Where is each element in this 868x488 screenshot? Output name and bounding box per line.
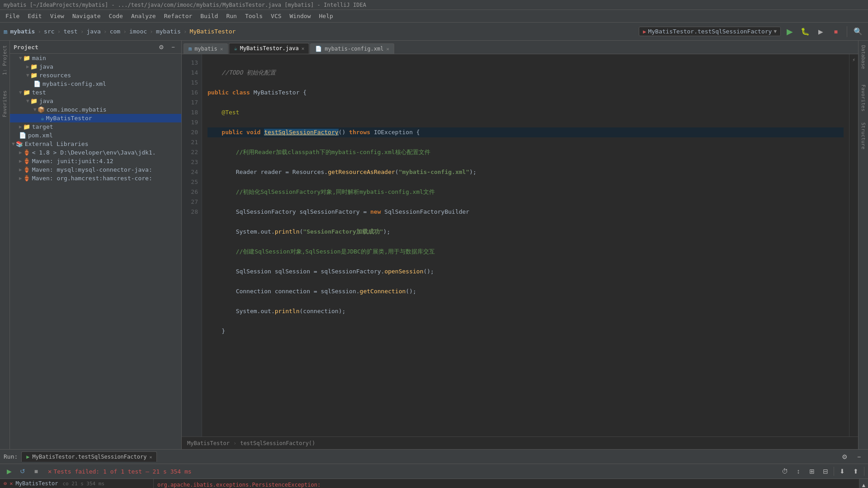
- menu-tools[interactable]: Tools: [241, 11, 266, 21]
- left-vertical-tabs: 1: Project Favorites: [0, 41, 10, 449]
- menu-analyze[interactable]: Analyze: [127, 11, 160, 21]
- sidebar-minimize-btn[interactable]: −: [169, 42, 178, 52]
- menu-code[interactable]: Code: [105, 11, 127, 21]
- project-sidebar: Project ⚙ − ▼ 📁 main ▶ 📁 java ▼ 📁 resour…: [10, 41, 182, 449]
- run-tab-icon: ▶: [26, 454, 29, 460]
- run-tab[interactable]: ▶ MyBatisTestor.testSqlSessionFactory ✕: [21, 451, 157, 462]
- run-config-name[interactable]: MyBatisTestor.testSqlSessionFactory: [648, 28, 772, 35]
- menu-navigate[interactable]: Navigate: [69, 11, 104, 21]
- menu-edit[interactable]: Edit: [24, 11, 45, 21]
- debug-button[interactable]: 🐛: [799, 25, 811, 38]
- breadcrumb-class-name[interactable]: MyBatisTestor: [187, 440, 230, 446]
- tab-config[interactable]: 📄 mybatis-config.xml ✕: [310, 43, 394, 54]
- tree-label-test: test: [32, 89, 46, 96]
- tab-xml-close[interactable]: ✕: [386, 46, 389, 52]
- run-config-icon: ▶: [643, 28, 646, 35]
- output-scrollbar[interactable]: ▲ ▼: [859, 479, 868, 488]
- breadcrumb-class[interactable]: MyBatisTestor: [190, 28, 236, 35]
- breadcrumb-sep-2: ›: [57, 28, 61, 35]
- stop-button[interactable]: ■: [830, 25, 842, 38]
- menu-view[interactable]: View: [47, 11, 68, 21]
- run-tab-close[interactable]: ✕: [149, 455, 152, 460]
- menu-vcs[interactable]: VCS: [267, 11, 285, 21]
- tree-item-java-1[interactable]: ▶ 📁 java: [10, 62, 181, 71]
- run-config-dropdown-icon[interactable]: ▼: [774, 28, 777, 34]
- tree-item-resources[interactable]: ▼ 📁 resources: [10, 71, 181, 80]
- gutter-icon-1[interactable]: ⚡: [850, 56, 858, 63]
- tree-label-resources: resources: [39, 72, 71, 79]
- run-header: Run: ▶ MyBatisTestor.testSqlSessionFacto…: [0, 450, 868, 464]
- code-content[interactable]: //TODO 初始化配置 public class MyBatisTestor …: [202, 54, 849, 436]
- tree-item-mybatistestor[interactable]: ☕ MyBatisTestor: [10, 114, 181, 122]
- menu-file[interactable]: File: [2, 11, 23, 21]
- menu-window[interactable]: Window: [286, 11, 315, 21]
- favorites-right-tab[interactable]: Favorites: [859, 82, 868, 114]
- tab-java-close[interactable]: ✕: [302, 46, 305, 52]
- breadcrumb-sep-4: ›: [104, 28, 107, 35]
- scroll-up-btn[interactable]: ⬆: [850, 466, 861, 477]
- sidebar-title: Project: [14, 44, 38, 51]
- breadcrumb-src[interactable]: src: [44, 28, 54, 35]
- tree-item-target[interactable]: ▶ 📁 target: [10, 122, 181, 131]
- tree-item-junit[interactable]: ▶ 🏺 Maven: junit:junit:4.12: [10, 157, 181, 165]
- sort-btn[interactable]: ↕: [793, 466, 804, 477]
- tree-item-main[interactable]: ▼ 📁 main: [10, 54, 181, 62]
- coverage-button[interactable]: ▶: [814, 25, 827, 38]
- sidebar-settings-btn[interactable]: ⚙: [157, 42, 166, 52]
- run-resume-btn[interactable]: ▶: [4, 466, 14, 477]
- tree-item-java-2[interactable]: ▼ 📁 java: [10, 97, 181, 105]
- run-stop-btn[interactable]: ■: [31, 466, 42, 477]
- breadcrumb-java[interactable]: java: [87, 28, 101, 35]
- tab-mybatis-close[interactable]: ✕: [220, 46, 223, 52]
- tree-label-main: main: [32, 55, 46, 61]
- breadcrumb-com[interactable]: com: [110, 28, 120, 35]
- database-vertical-tab[interactable]: Database: [859, 42, 868, 72]
- breadcrumb-sep-1: ›: [38, 28, 41, 35]
- tree-item-external[interactable]: ▼ 📚 External Libraries: [10, 140, 181, 148]
- sort-by-duration-btn[interactable]: ⏱: [779, 466, 790, 477]
- tree-item-mysql[interactable]: ▶ 🏺 Maven: mysql:mysql-connector-java:: [10, 165, 181, 174]
- run-tab-label: MyBatisTestor.testSqlSessionFactory: [33, 454, 147, 460]
- favorites-vertical-tab[interactable]: Favorites: [0, 88, 9, 120]
- tree-label-hamcrest: Maven: org.hamcrest:hamcrest-core:: [32, 175, 152, 182]
- breadcrumb-arrow: ›: [233, 440, 236, 446]
- run-button[interactable]: ▶: [783, 25, 796, 38]
- tab-mybatistestor[interactable]: ☕ MyBatisTestor.java ✕: [229, 43, 309, 54]
- tree-item-package[interactable]: ▼ 📦 com.imooc.mybatis: [10, 105, 181, 114]
- menu-run[interactable]: Run: [222, 11, 240, 21]
- tab-mybatis[interactable]: m mybatis ✕: [184, 43, 228, 54]
- code-editor[interactable]: 13 14 15 16 17 18 19 20 21 22 23 24 25 2…: [182, 54, 858, 436]
- breadcrumb-imooc[interactable]: imooc: [129, 28, 147, 35]
- main-area: 1: Project Favorites Project ⚙ − ▼ 📁 mai…: [0, 41, 868, 449]
- tree-label-java1: java: [39, 63, 53, 70]
- run-minimize-btn[interactable]: −: [854, 451, 864, 462]
- breadcrumb-sep-5: ›: [123, 28, 127, 35]
- run-settings-btn[interactable]: ⚙: [839, 451, 850, 462]
- tests-failed-text: Tests failed: 1 of 1 test – 21 s 354 ms: [53, 468, 191, 475]
- output-line-1: org.apache.ibatis.exceptions.Persistence…: [157, 481, 855, 488]
- collapse-all-btn[interactable]: ⊟: [820, 466, 831, 477]
- run-rerun-btn[interactable]: ↺: [17, 466, 28, 477]
- tree-item-pom[interactable]: 📄 pom.xml: [10, 131, 181, 140]
- project-vertical-tab[interactable]: 1: Project: [0, 42, 9, 78]
- tab-mybatis-icon: m: [189, 46, 192, 52]
- search-button[interactable]: 🔍: [852, 25, 864, 38]
- menu-build[interactable]: Build: [197, 11, 222, 21]
- scroll-top-btn[interactable]: ▲: [859, 480, 868, 488]
- breadcrumb-mybatis[interactable]: mybatis: [156, 28, 181, 35]
- tests-failed-icon: ✕: [48, 468, 52, 475]
- expand-all-btn[interactable]: ⊞: [807, 466, 817, 477]
- tree-item-test[interactable]: ▼ 📁 test: [10, 88, 181, 97]
- scroll-to-failure-btn[interactable]: ⬇: [837, 466, 848, 477]
- tree-item-jdk[interactable]: ▶ 🏺 < 1.8 > D:\Developer\env\Java\jdk1.: [10, 148, 181, 157]
- menu-refactor[interactable]: Refactor: [160, 11, 196, 21]
- test-result-mybatistestor[interactable]: ⊖ ✕ MyBatisTestor co 21 s 354 ms: [0, 479, 153, 488]
- tree-item-hamcrest[interactable]: ▶ 🏺 Maven: org.hamcrest:hamcrest-core:: [10, 174, 181, 183]
- run-output: org.apache.ibatis.exceptions.Persistence…: [154, 479, 859, 488]
- breadcrumb-test[interactable]: test: [63, 28, 77, 35]
- tree-item-mybatis-config[interactable]: 📄 mybatis-config.xml: [10, 80, 181, 88]
- menu-help[interactable]: Help: [316, 11, 337, 21]
- structure-right-tab[interactable]: Structure: [859, 120, 868, 152]
- tree-label-target: target: [32, 123, 53, 130]
- breadcrumb-method-name[interactable]: testSqlSessionFactory(): [240, 440, 315, 446]
